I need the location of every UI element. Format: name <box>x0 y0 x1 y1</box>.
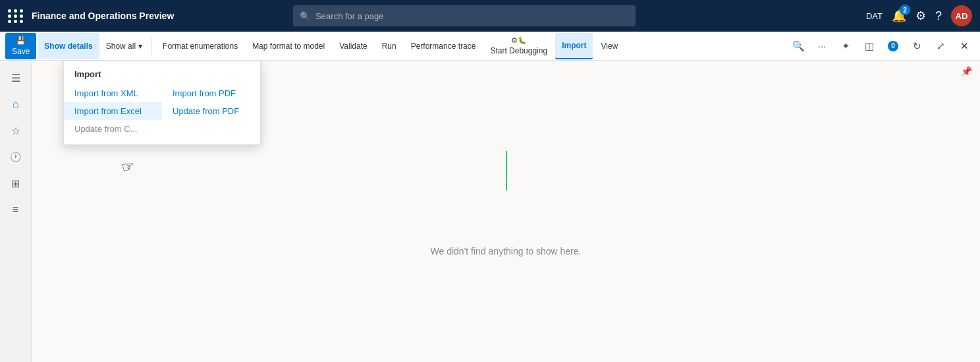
import-pdf-item[interactable]: Import from PDF <box>162 84 260 102</box>
clock-icon: 🕐 <box>10 152 21 162</box>
search-icon: 🔍 <box>300 11 310 21</box>
sidebar-item-recent[interactable]: 🕐 <box>4 145 28 169</box>
grid-icon: ⊞ <box>11 177 20 190</box>
help-icon[interactable]: ? <box>935 9 942 23</box>
ribbon-right-actions: 🔍 ··· ✦ ◫ 0 ↻ ⤢ ✕ <box>788 36 975 57</box>
search-ribbon-button[interactable]: 🔍 <box>788 36 809 57</box>
sidebar-item-modules[interactable]: ≡ <box>4 198 28 222</box>
ribbon-divider-1 <box>151 37 152 55</box>
show-all-button[interactable]: Show all ▾ <box>101 33 148 59</box>
sidebar-item-favorites[interactable]: ☆ <box>4 119 28 142</box>
connector-button[interactable]: ✦ <box>835 36 856 57</box>
close-button[interactable]: ✕ <box>954 36 975 57</box>
app-title: Finance and Operations Preview <box>32 11 174 21</box>
update-c-item[interactable]: Update from C... <box>64 120 162 138</box>
import-xml-item[interactable]: Import from XML <box>64 84 162 102</box>
more-options-button[interactable]: ··· <box>811 36 832 57</box>
username-label: DAT <box>866 11 883 21</box>
left-sidebar: ☰ ⌂ ☆ 🕐 ⊞ ≡ <box>0 61 32 362</box>
sidebar-item-menu[interactable]: ☰ <box>4 66 28 90</box>
vertical-indicator <box>506 151 507 191</box>
avatar[interactable]: AD <box>951 5 972 26</box>
sidebar-item-workspaces[interactable]: ⊞ <box>4 171 28 195</box>
validate-button[interactable]: Validate <box>333 33 373 59</box>
list-icon: ≡ <box>13 204 18 216</box>
chevron-down-icon: ▾ <box>138 42 142 51</box>
refresh-button[interactable]: ↻ <box>906 36 927 57</box>
import-dropdown: Import Import from XML Import from PDF I… <box>63 61 261 145</box>
notification-badge: 2 <box>900 5 910 15</box>
import-button[interactable]: Import <box>555 33 593 59</box>
import-excel-item[interactable]: Import from Excel <box>64 102 162 120</box>
run-button[interactable]: Run <box>375 33 403 59</box>
show-details-button[interactable]: Show details <box>38 33 99 59</box>
ribbon-toolbar: 💾 Save Show details Show all ▾ Format en… <box>0 32 980 61</box>
empty-message: We didn't find anything to show here. <box>431 246 582 256</box>
badge-container: 0 <box>883 36 904 57</box>
expand-button[interactable]: ⤢ <box>930 36 951 57</box>
save-icon: 💾 <box>16 36 26 45</box>
update-pdf-item[interactable]: Update from PDF <box>162 102 260 120</box>
start-debugging-button[interactable]: ⚙🐛 Start Debugging <box>483 33 554 59</box>
nav-right: DAT 🔔 2 ⚙ ? AD <box>866 5 972 26</box>
app-menu-button[interactable] <box>8 9 24 23</box>
top-navigation: Finance and Operations Preview 🔍 Search … <box>0 0 980 32</box>
search-bar[interactable]: 🔍 Search for a page <box>293 5 636 26</box>
view-button[interactable]: View <box>594 33 624 59</box>
pin-icon[interactable]: 📌 <box>961 66 972 76</box>
dropdown-header: Import <box>64 65 260 82</box>
sidebar-item-home[interactable]: ⌂ <box>4 92 28 116</box>
content-area: Import Import from XML Import from PDF I… <box>32 61 980 362</box>
dropdown-grid: Import from XML Import from PDF Import f… <box>64 82 260 140</box>
counter-button[interactable]: 0 <box>883 36 904 57</box>
performance-trace-button[interactable]: Performance trace <box>404 33 483 59</box>
format-enumerations-button[interactable]: Format enumerations <box>156 33 244 59</box>
search-placeholder: Search for a page <box>315 11 383 21</box>
notification-button[interactable]: 🔔 2 <box>892 9 906 23</box>
star-icon: ☆ <box>11 125 20 137</box>
hamburger-icon: ☰ <box>11 72 20 84</box>
map-format-button[interactable]: Map format to model <box>246 33 331 59</box>
split-button[interactable]: ◫ <box>859 36 880 57</box>
save-button[interactable]: 💾 Save <box>5 33 36 59</box>
main-layout: ☰ ⌂ ☆ 🕐 ⊞ ≡ Import Import from XML Impor… <box>0 61 980 362</box>
home-icon: ⌂ <box>13 98 19 110</box>
settings-icon[interactable]: ⚙ <box>915 9 926 23</box>
